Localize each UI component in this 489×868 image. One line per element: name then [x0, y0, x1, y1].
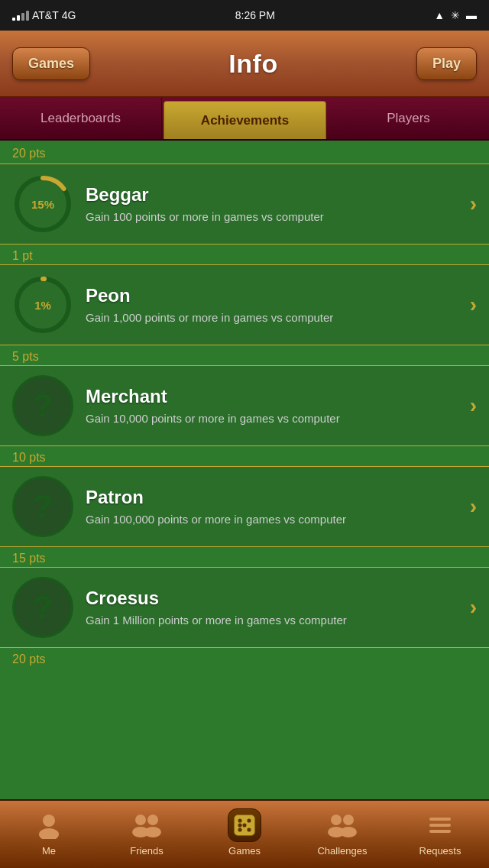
battery-icon: ▬: [466, 9, 477, 21]
bluetooth-icon: ✳: [451, 9, 460, 21]
achievement-info-croesus: Croesus Gain 1 Million points or more in…: [86, 588, 458, 628]
svg-point-6: [135, 815, 146, 825]
question-mark-merchant: ?: [33, 390, 53, 422]
svg-rect-22: [429, 824, 451, 827]
achievement-row-merchant[interactable]: ? Merchant Gain 10,000 points or more in…: [0, 365, 489, 446]
location-icon: ▲: [434, 9, 445, 21]
status-time: 8:26 PM: [235, 9, 275, 21]
svg-point-5: [39, 828, 59, 839]
achievement-chevron-merchant: ›: [470, 394, 477, 418]
games-button[interactable]: Games: [12, 47, 90, 80]
svg-rect-23: [429, 830, 451, 833]
achievement-row-peon[interactable]: 1% Peon Gain 1,000 points or more in gam…: [0, 264, 489, 345]
achievement-name-peon: Peon: [86, 285, 458, 306]
tab-bar: Leaderboards Achievements Players: [0, 98, 489, 141]
pts-croesus: 20 pts: [0, 648, 489, 668]
pts-beggar: 1 pt: [0, 245, 489, 264]
achievement-desc-peon: Gain 1,000 points or more in games vs co…: [86, 309, 458, 326]
requests-label: Requests: [419, 845, 461, 857]
me-label: Me: [42, 845, 56, 857]
svg-point-16: [238, 823, 242, 827]
progress-label-beggar: 15%: [31, 198, 54, 211]
pts-patron: 15 pts: [0, 547, 489, 567]
svg-rect-21: [429, 818, 451, 821]
achievement-icon-patron: ?: [12, 476, 73, 537]
tab-leaderboards[interactable]: Leaderboards: [0, 98, 162, 139]
achievement-chevron-peon: ›: [470, 293, 477, 317]
network-type: 4G: [62, 9, 76, 21]
svg-point-19: [343, 815, 354, 825]
achievement-chevron-beggar: ›: [470, 192, 477, 216]
question-icon-patron: ?: [12, 476, 73, 537]
page-title: Info: [228, 49, 277, 79]
svg-point-15: [242, 823, 246, 827]
svg-point-9: [144, 827, 161, 837]
tab-achievements[interactable]: Achievements: [164, 101, 326, 139]
achievement-icon-peon: 1%: [12, 274, 73, 335]
achievement-row-beggar[interactable]: 15% Beggar Gain 100 points or more in ga…: [0, 164, 489, 245]
question-icon-croesus: ?: [12, 577, 73, 638]
bottom-tab-games[interactable]: Games: [214, 808, 275, 857]
achievement-desc-patron: Gain 100,000 points or more in games vs …: [86, 511, 458, 527]
svg-point-17: [331, 815, 342, 825]
achievement-chevron-croesus: ›: [470, 595, 477, 620]
svg-point-4: [43, 815, 55, 827]
svg-point-12: [247, 819, 251, 823]
achievement-info-beggar: Beggar Gain 100 points or more in games …: [86, 184, 458, 225]
question-mark-patron: ?: [33, 491, 53, 523]
achievement-row-patron[interactable]: ? Patron Gain 100,000 points or more in …: [0, 466, 489, 547]
achievement-name-patron: Patron: [86, 487, 458, 508]
tab-players[interactable]: Players: [328, 98, 489, 139]
achievement-icon-merchant: ?: [12, 375, 73, 436]
bottom-tab-requests[interactable]: Requests: [410, 808, 471, 857]
bottom-tab-me[interactable]: Me: [18, 808, 79, 857]
signal-bars: [12, 11, 29, 21]
bottom-tab-friends[interactable]: Friends: [116, 808, 177, 857]
question-mark-croesus: ?: [33, 591, 53, 623]
achievement-info-peon: Peon Gain 1,000 points or more in games …: [86, 285, 458, 326]
achievement-desc-beggar: Gain 100 points or more in games vs comp…: [86, 209, 458, 225]
achievement-icon-beggar: 15%: [12, 173, 73, 235]
achievement-name-croesus: Croesus: [86, 588, 458, 609]
achievement-info-patron: Patron Gain 100,000 points or more in ga…: [86, 487, 458, 527]
achievement-row-croesus[interactable]: ? Croesus Gain 1 Million points or more …: [0, 567, 489, 648]
svg-point-13: [238, 828, 242, 831]
status-right: ▲ ✳ ▬: [434, 9, 477, 21]
carrier-label: AT&T: [32, 9, 59, 21]
achievement-desc-croesus: Gain 1 Million points or more in games v…: [86, 612, 458, 628]
achievement-icon-croesus: ?: [12, 577, 73, 638]
games-icon: [228, 808, 261, 842]
svg-point-20: [340, 827, 357, 837]
play-button[interactable]: Play: [416, 47, 477, 80]
requests-icon: [423, 808, 457, 842]
svg-point-11: [238, 819, 242, 823]
achievement-name-merchant: Merchant: [86, 386, 458, 407]
question-icon-merchant: ?: [12, 375, 73, 436]
pts-merchant: 10 pts: [0, 446, 489, 466]
pts-peon: 5 pts: [0, 345, 489, 365]
bottom-tab-bar: Me Friends Games: [0, 799, 489, 868]
bottom-tab-challenges[interactable]: Challenges: [312, 808, 373, 857]
svg-point-14: [247, 828, 251, 831]
friends-icon: [130, 808, 164, 842]
progress-label-peon: 1%: [34, 299, 51, 312]
achievement-desc-merchant: Gain 10,000 points or more in games vs c…: [86, 410, 458, 426]
achievement-name-beggar: Beggar: [86, 184, 458, 206]
svg-point-8: [147, 815, 158, 825]
header: Games Info Play: [0, 31, 489, 98]
status-left: AT&T 4G: [12, 9, 76, 21]
achievement-chevron-patron: ›: [470, 494, 477, 519]
friends-label: Friends: [130, 845, 163, 857]
main-content: 20 pts 15% Beggar Gain 100 points or mor…: [0, 141, 489, 799]
status-bar: AT&T 4G 8:26 PM ▲ ✳ ▬: [0, 0, 489, 31]
me-icon: [32, 808, 66, 842]
achievement-info-merchant: Merchant Gain 10,000 points or more in g…: [86, 386, 458, 426]
challenges-label: Challenges: [317, 845, 367, 857]
challenges-icon: [325, 808, 359, 842]
top-pts-label: 20 pts: [0, 141, 489, 164]
games-label: Games: [228, 845, 261, 857]
